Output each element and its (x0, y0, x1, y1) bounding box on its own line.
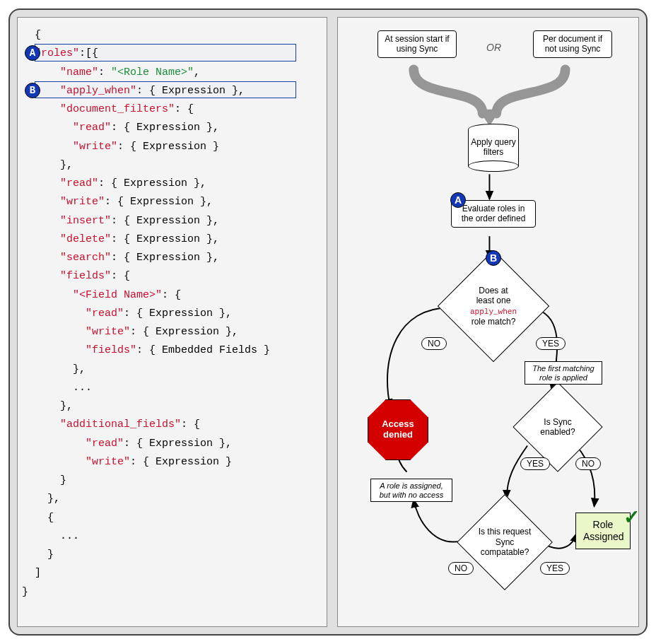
check-icon: ✓ (623, 505, 640, 529)
code-token: : { Expression }, (111, 122, 219, 134)
d2-no: NO (575, 457, 601, 470)
code-token: { (47, 512, 54, 524)
apply-filters-label: Apply query filters (469, 138, 518, 158)
code-token: ] (35, 567, 41, 579)
code-line: "read": { Expression }, (22, 119, 322, 137)
code-token: : { Expression } (117, 141, 219, 153)
code-token: }, (60, 159, 73, 171)
code-line: } (22, 472, 322, 490)
code-token: } (60, 474, 66, 486)
code-line: { (22, 509, 322, 527)
role-assigned: Role Assigned (575, 513, 631, 549)
code-token: : { Embedded Fields } (136, 344, 270, 356)
code-token: "read" (60, 177, 98, 189)
code-token: "fields" (86, 344, 136, 356)
code-token: "write" (86, 326, 130, 338)
code-token: ... (73, 382, 92, 394)
d2-label: Is Sync enabled? (529, 417, 586, 438)
d3-label: Is this request Sync compatable? (474, 527, 535, 557)
d1-no: NO (421, 337, 447, 350)
code-token: : { Expression }, (130, 326, 238, 338)
role-assigned-label: Role Assigned (583, 519, 624, 542)
code-token: "document_filters" (60, 103, 175, 115)
code-token: : { Expression } (130, 456, 232, 468)
or-label: OR (486, 42, 501, 53)
code-line: }, (22, 490, 322, 508)
code-line: "<Field Name>": { (22, 286, 322, 305)
code-token: } (22, 586, 28, 598)
code-token: ... (60, 530, 79, 542)
code-token: "read" (86, 308, 124, 320)
evaluate-roles: A Evaluate roles in the order defined (451, 200, 536, 228)
code-line: "write": { Expression } (22, 138, 322, 156)
code-token: : { Expression }, (111, 233, 219, 245)
code-token: "search" (60, 252, 111, 264)
d3-no: NO (448, 562, 474, 575)
code-token: : { Expression }, (136, 85, 245, 97)
code-token: }, (47, 493, 60, 505)
code-token: "roles" (35, 47, 79, 59)
code-line: "write": { Expression }, (22, 323, 322, 341)
d3-yes: YES (540, 562, 570, 575)
code-token: "read" (86, 438, 124, 450)
note-no-access: A role is assigned, but with no access (370, 479, 452, 502)
diagram-frame: { "roles":[{A "name": "<Role Name>", "ap… (8, 8, 648, 636)
code-token: "additional_fields" (60, 418, 181, 431)
code-token: : { Expression }, (111, 215, 219, 227)
code-line: "read": { Expression }, (22, 435, 322, 453)
code-line: "read": { Expression }, (22, 175, 322, 193)
d1-l2: least one (476, 295, 511, 305)
code-line: } (22, 583, 322, 602)
decision-sync-compatible: Is this request Sync compatable? (457, 494, 553, 590)
code-line: "write": { Expression }, (22, 193, 322, 211)
code-badge: B (25, 83, 40, 98)
code-token: : { (162, 289, 181, 301)
start-no-sync: Per document if not using Sync (533, 30, 612, 58)
code-line: "read": { Expression }, (22, 305, 322, 323)
flowchart-panel: At session start if using Sync Per docum… (337, 17, 639, 627)
code-token: : (98, 66, 111, 78)
evaluate-roles-label: Evaluate roles in the order defined (462, 204, 526, 223)
badge-b: B (486, 250, 501, 266)
code-line: "name": "<Role Name>", (22, 64, 322, 82)
code-token: : { Expression }, (98, 177, 206, 189)
code-token: "<Field Name>" (73, 289, 162, 301)
code-line: "search": { Expression }, (22, 249, 322, 267)
code-token: "name" (60, 66, 98, 78)
code-line: "insert": { Expression }, (22, 212, 322, 230)
code-token: : { Expression }, (111, 252, 219, 264)
code-token: "insert" (60, 215, 111, 227)
code-token: "write" (73, 141, 117, 153)
d1-l1: Does at (479, 286, 508, 295)
code-token: { (35, 29, 41, 41)
code-line: }, (22, 156, 322, 175)
code-token: : { (181, 418, 200, 431)
code-token: , (194, 66, 200, 78)
code-line: { (22, 26, 322, 45)
code-token: "write" (86, 456, 130, 468)
apply-filters-shape: Apply query filters (468, 124, 519, 172)
code-token: "read" (73, 122, 111, 134)
code-line: } (22, 546, 322, 564)
code-line: "fields": { Embedded Fields } (22, 341, 322, 360)
code-token: : { (111, 270, 130, 282)
code-token: : { Expression }, (105, 196, 213, 208)
d2-yes: YES (520, 457, 550, 470)
code-line: "roles":[{ (22, 45, 322, 63)
code-line: }, (22, 361, 322, 379)
code-token: :[{ (79, 47, 98, 59)
badge-a: A (450, 192, 466, 208)
code-token: "fields" (60, 270, 111, 282)
code-panel: { "roles":[{A "name": "<Role Name>", "ap… (17, 17, 327, 627)
code-line: "fields": { (22, 267, 322, 286)
code-line: "document_filters": { (22, 100, 322, 119)
access-denied: Access denied (368, 399, 428, 460)
code-token: : { Expression }, (124, 308, 232, 320)
code-line: "additional_fields": { (22, 416, 322, 434)
code-line: }, (22, 397, 322, 416)
start-sync: At session start if using Sync (377, 30, 457, 58)
code-token: }, (73, 363, 86, 375)
code-line: "write": { Expression } (22, 453, 322, 472)
note-first-match: The first matching role is applied (525, 361, 602, 385)
d1-l3: role match? (472, 317, 516, 327)
